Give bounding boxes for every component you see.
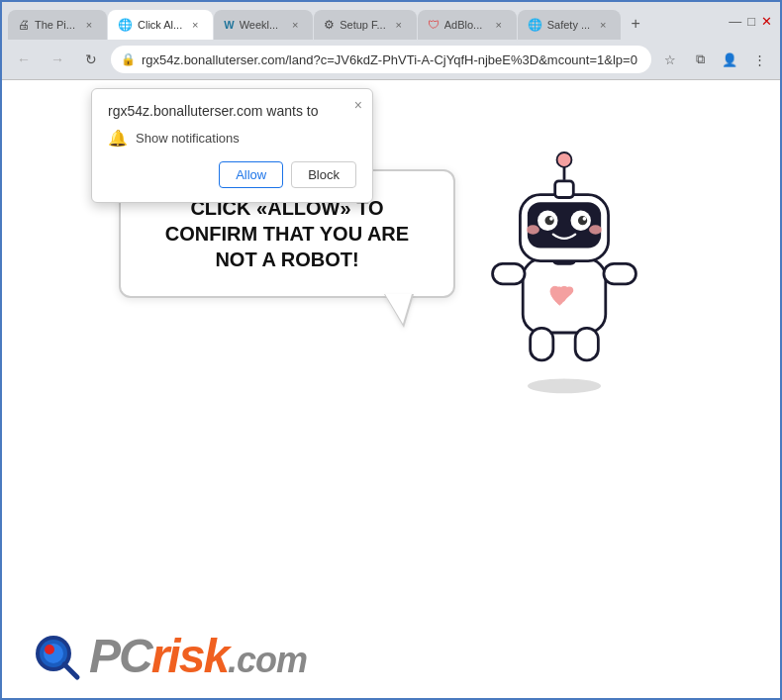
- address-text: rgx54z.bonalluterser.com/land?c=JV6kdZ-P…: [142, 52, 641, 67]
- tabs-container: 🖨 The Pi... × 🌐 Click Al... × W Weekl...…: [2, 2, 721, 40]
- refresh-button[interactable]: ↻: [77, 46, 105, 73]
- logo-dotcom: .com: [228, 640, 307, 681]
- tab-4[interactable]: ⚙ Setup F... ×: [314, 10, 416, 40]
- tab-6-label: Safety ...: [547, 19, 590, 31]
- tab-4-close[interactable]: ×: [391, 17, 407, 33]
- popup-notification-row: 🔔 Show notifications: [108, 129, 356, 148]
- svg-point-16: [589, 225, 602, 234]
- tab-4-icon: ⚙: [324, 18, 335, 32]
- magnifier-icon: [32, 632, 81, 681]
- svg-line-24: [64, 664, 77, 677]
- logo-text: PC risk .com: [89, 629, 307, 683]
- tab-1-icon: 🖨: [18, 18, 30, 32]
- tab-3-label: Weekl...: [240, 19, 283, 31]
- browser-chrome: 🖨 The Pi... × 🌐 Click Al... × W Weekl...…: [2, 2, 780, 80]
- robot-wrapper: [465, 140, 663, 401]
- address-bar: ← → ↻ 🔒 rgx54z.bonalluterser.com/land?c=…: [2, 40, 780, 79]
- popup-notification-text: Show notifications: [136, 131, 240, 146]
- menu-button[interactable]: ⋮: [746, 47, 772, 72]
- allow-button[interactable]: Allow: [219, 161, 283, 188]
- minimize-button[interactable]: —: [729, 15, 741, 28]
- back-button[interactable]: ←: [10, 46, 38, 73]
- new-tab-button[interactable]: +: [622, 10, 649, 38]
- tab-bar: 🖨 The Pi... × 🌐 Click Al... × W Weekl...…: [2, 2, 780, 40]
- footer-logo: PC risk .com: [32, 629, 307, 683]
- address-input-wrapper[interactable]: 🔒 rgx54z.bonalluterser.com/land?c=JV6kdZ…: [111, 46, 651, 73]
- tab-2-icon: 🌐: [118, 18, 133, 32]
- svg-rect-3: [575, 328, 598, 360]
- svg-point-23: [45, 645, 54, 654]
- svg-rect-5: [604, 263, 636, 283]
- svg-point-11: [545, 216, 554, 225]
- tab-5-label: AdBlo...: [444, 19, 486, 31]
- close-window-button[interactable]: ✕: [761, 15, 772, 28]
- popup-buttons: Allow Block: [108, 161, 356, 188]
- tab-1-label: The Pi...: [35, 19, 76, 31]
- tab-2-label: Click Al...: [138, 19, 182, 31]
- address-actions: ☆ ⧉ 👤 ⋮: [657, 47, 772, 72]
- svg-point-13: [549, 217, 553, 221]
- tab-1[interactable]: 🖨 The Pi... ×: [8, 10, 107, 40]
- tab-3-close[interactable]: ×: [287, 17, 303, 33]
- bell-icon: 🔔: [108, 129, 128, 148]
- robot-illustration: [465, 140, 663, 397]
- tab-6-icon: 🌐: [528, 18, 542, 32]
- svg-rect-8: [528, 202, 601, 248]
- speech-bubble-text: CLICK «ALLOW» TO CONFIRM THAT YOU ARE NO…: [148, 195, 426, 272]
- tab-2-close[interactable]: ×: [187, 17, 203, 33]
- tab-4-label: Setup F...: [340, 19, 385, 31]
- svg-rect-4: [493, 263, 525, 283]
- tab-2[interactable]: 🌐 Click Al... ×: [108, 10, 213, 40]
- svg-point-14: [583, 217, 587, 221]
- svg-point-15: [527, 225, 539, 234]
- svg-point-19: [557, 152, 572, 167]
- svg-point-0: [528, 378, 601, 393]
- tab-5-icon: 🛡: [428, 18, 440, 32]
- tab-6-close[interactable]: ×: [595, 17, 611, 33]
- tab-5-close[interactable]: ×: [491, 17, 507, 33]
- popup-title: rgx54z.bonalluterser.com wants to: [108, 103, 356, 119]
- tab-6[interactable]: 🌐 Safety ... ×: [518, 10, 621, 40]
- logo-pc: PC: [89, 629, 151, 683]
- profile-button[interactable]: 👤: [717, 47, 742, 72]
- tab-5[interactable]: 🛡 AdBlo... ×: [418, 10, 517, 40]
- popup-close-button[interactable]: ×: [354, 97, 362, 113]
- page-content: × rgx54z.bonalluterser.com wants to 🔔 Sh…: [2, 80, 780, 700]
- block-button[interactable]: Block: [291, 161, 356, 188]
- split-view-button[interactable]: ⧉: [687, 47, 713, 72]
- tab-3[interactable]: W Weekl... ×: [214, 10, 313, 40]
- svg-rect-17: [555, 181, 574, 198]
- svg-rect-2: [531, 328, 553, 360]
- tab-3-icon: W: [224, 19, 234, 31]
- maximize-button[interactable]: □: [747, 15, 755, 28]
- tab-1-close[interactable]: ×: [81, 17, 97, 33]
- svg-point-12: [578, 216, 587, 225]
- logo-risk: risk: [151, 629, 228, 683]
- window-controls: — □ ✕: [721, 2, 780, 40]
- bookmark-button[interactable]: ☆: [657, 47, 683, 72]
- lock-icon: 🔒: [121, 52, 136, 66]
- forward-button[interactable]: →: [44, 46, 71, 73]
- notification-popup: × rgx54z.bonalluterser.com wants to 🔔 Sh…: [91, 88, 373, 203]
